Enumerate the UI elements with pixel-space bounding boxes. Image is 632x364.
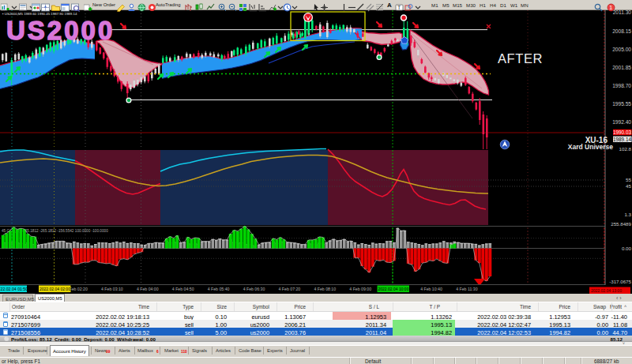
svg-text:22.02.04 01:50: 22.02.04 01:50	[1, 287, 28, 291]
svg-text:4 Feb 04:00: 4 Feb 04:00	[137, 287, 159, 291]
svg-text:1995.55: 1995.55	[612, 101, 631, 107]
svg-text:4 Feb 07:20: 4 Feb 07:20	[279, 287, 301, 291]
svg-text:1992.40: 1992.40	[612, 119, 631, 125]
svg-text:4 Feb 06:30: 4 Feb 06:30	[243, 287, 265, 291]
svg-text:2022.02.04 13:00: 2022.02.04 13:00	[591, 288, 622, 293]
svg-text:Xard Universe: Xard Universe	[568, 143, 613, 151]
svg-text:2022.02.04 02:00: 2022.02.04 02:00	[40, 287, 70, 291]
svg-text:4 Feb 10:40: 4 Feb 10:40	[420, 287, 442, 291]
svg-text:1990.03: 1990.03	[613, 129, 632, 135]
svg-text:255.8489: 255.8489	[611, 221, 631, 227]
svg-text:4 Feb 03:10: 4 Feb 03:10	[101, 287, 123, 291]
svg-text:2008.15: 2008.15	[612, 28, 631, 34]
svg-text:1: 1	[609, 5, 612, 10]
svg-text:-317.0675: -317.0675	[609, 279, 631, 284]
svg-text:4 Feb 08:10: 4 Feb 08:10	[314, 287, 336, 291]
svg-text:US2000: US2000	[6, 16, 115, 45]
svg-text:2022.02.04 10:00: 2022.02.04 10:00	[378, 287, 409, 291]
svg-text:T: T	[397, 5, 401, 10]
svg-text:102.8: 102.8	[619, 146, 632, 152]
svg-text:AFTER: AFTER	[498, 51, 543, 66]
svg-text:4 Feb 04:50: 4 Feb 04:50	[172, 287, 194, 291]
svg-text:0.00: 0.00	[622, 246, 632, 251]
svg-text:2005.00: 2005.00	[612, 47, 631, 52]
svg-text:4 Feb 05:40: 4 Feb 05:40	[208, 287, 230, 291]
svg-text:55: 55	[626, 177, 631, 182]
svg-text:4 Feb 09:00: 4 Feb 09:00	[349, 287, 371, 291]
svg-text:4 Feb 11:30: 4 Feb 11:30	[456, 287, 477, 291]
svg-text:1.3: 1.3	[624, 212, 631, 217]
svg-text:2011.30: 2011.30	[613, 9, 632, 15]
svg-text:45: 45	[626, 183, 631, 189]
svg-text:2001.85: 2001.85	[612, 65, 631, 70]
svg-text:1998.70: 1998.70	[612, 83, 631, 88]
svg-text:1989.14: 1989.14	[613, 137, 632, 142]
